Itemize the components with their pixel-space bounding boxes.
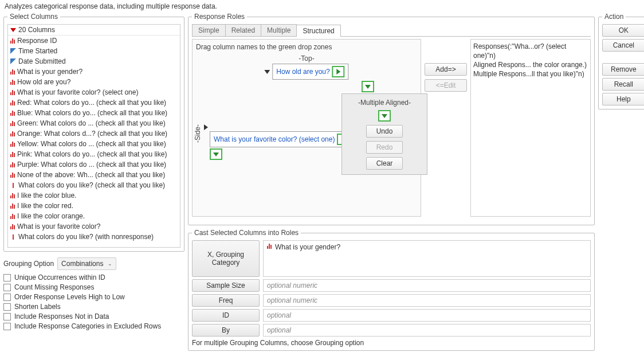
top-drop-box[interactable]: How old are you? bbox=[272, 64, 348, 80]
column-item-label: None of the above: Wh... (check all that… bbox=[17, 170, 165, 179]
column-item-label: Time Started bbox=[18, 46, 57, 56]
column-item-label: I like the color orange. bbox=[17, 212, 85, 221]
role-button[interactable]: By bbox=[192, 324, 260, 337]
grouping-check-row[interactable]: Count Missing Responses bbox=[3, 283, 184, 291]
column-item[interactable]: Blue: What colors do yo... (check all th… bbox=[8, 108, 180, 118]
column-item[interactable]: I like the color blue. bbox=[8, 190, 180, 201]
column-item[interactable]: What is your favorite color? bbox=[8, 221, 180, 232]
tab-related[interactable]: Related bbox=[225, 24, 261, 36]
structured-drop-area[interactable]: Drag column names to the green drop zone… bbox=[192, 39, 421, 217]
triangle-down-icon bbox=[264, 70, 270, 74]
checkbox-label: Order Response Levels High to Low bbox=[14, 293, 125, 301]
side-drop-box[interactable]: What is your favorite color? (select one… bbox=[210, 131, 354, 147]
column-item[interactable]: What is your favorite color? (select one… bbox=[8, 87, 180, 97]
role-dropzone[interactable]: optional bbox=[263, 309, 591, 322]
help-button[interactable]: Help bbox=[602, 93, 644, 105]
cancel-button[interactable]: Cancel bbox=[602, 39, 644, 52]
histogram-icon bbox=[10, 172, 15, 178]
role-value: What is your gender? bbox=[275, 243, 340, 251]
response-def-item[interactable]: Responses(:"Wha...or? (select one)"n) bbox=[473, 42, 588, 60]
column-item[interactable]: Response ID bbox=[8, 36, 180, 46]
column-item[interactable]: Green: What colors do ... (check all tha… bbox=[8, 118, 180, 128]
response-def-item[interactable]: Multiple Respons...ll that you like)"n) bbox=[473, 69, 588, 79]
remove-button[interactable]: Remove bbox=[602, 63, 644, 76]
column-item-label: What colors do you like? (with nonrespon… bbox=[18, 232, 154, 241]
column-item[interactable]: Orange: What colors d...? (check all tha… bbox=[8, 128, 180, 139]
play-icon[interactable] bbox=[332, 66, 345, 77]
side-below-green-icon[interactable] bbox=[210, 148, 222, 160]
column-item[interactable]: Date Submitted bbox=[8, 56, 180, 67]
tab-simple[interactable]: Simple bbox=[192, 24, 226, 36]
tab-multiple[interactable]: Multiple bbox=[261, 24, 297, 36]
column-item-label: Date Submitted bbox=[18, 57, 66, 66]
checkbox-icon[interactable] bbox=[3, 274, 11, 281]
response-def-item[interactable]: Aligned Respons... the color orange.) bbox=[473, 60, 588, 69]
checkbox-icon[interactable] bbox=[3, 284, 11, 291]
top-label: -Top- bbox=[299, 54, 314, 62]
column-item[interactable]: Time Started bbox=[8, 46, 180, 56]
column-item[interactable]: Purple: What colors do ... (check all th… bbox=[8, 159, 180, 170]
add-button[interactable]: Add=> bbox=[425, 63, 467, 76]
histogram-icon bbox=[10, 100, 15, 105]
grouping-check-row[interactable]: Include Response Categories in Excluded … bbox=[3, 322, 184, 330]
side-label: -Side- bbox=[194, 124, 202, 143]
column-count-header[interactable]: 20 Columns bbox=[8, 25, 180, 36]
column-item[interactable]: I like the color red. bbox=[8, 201, 180, 211]
column-item[interactable]: What colors do you like? (check all that… bbox=[8, 180, 180, 190]
role-button[interactable]: X, Grouping Category bbox=[192, 240, 260, 277]
ordinal-icon bbox=[10, 58, 16, 64]
column-item[interactable]: None of the above: Wh... (check all that… bbox=[8, 170, 180, 180]
top-below-green-icon[interactable] bbox=[362, 81, 374, 92]
histogram-icon bbox=[10, 89, 15, 95]
checkbox-icon[interactable] bbox=[3, 294, 11, 301]
histogram-icon bbox=[10, 131, 15, 136]
histogram-icon bbox=[10, 234, 16, 240]
grouping-check-row[interactable]: Order Response Levels High to Low bbox=[3, 293, 184, 301]
column-list[interactable]: 20 Columns Response IDTime StartedDate S… bbox=[7, 24, 180, 248]
grouping-option-label: Grouping Option bbox=[3, 260, 54, 268]
checkbox-label: Shorten Labels bbox=[14, 303, 61, 311]
grouping-check-row[interactable]: Include Responses Not in Data bbox=[3, 312, 184, 320]
column-item[interactable]: Pink: What colors do yo... (check all th… bbox=[8, 149, 180, 159]
role-button[interactable]: Sample Size bbox=[192, 279, 260, 292]
tab-structured[interactable]: Structured bbox=[296, 25, 340, 37]
role-dropzone[interactable]: optional bbox=[263, 324, 591, 337]
histogram-icon bbox=[10, 38, 15, 44]
column-item[interactable]: I like the color orange. bbox=[8, 211, 180, 221]
column-item-label: Green: What colors do ... (check all tha… bbox=[17, 119, 166, 128]
grouping-check-row[interactable]: Unique Occurrences within ID bbox=[3, 273, 184, 281]
histogram-icon bbox=[10, 182, 16, 188]
column-item[interactable]: What is your gender? bbox=[8, 67, 180, 77]
grouping-option-area: Grouping Option Combinations ⌄ Unique Oc… bbox=[3, 255, 184, 332]
role-button[interactable]: Freq bbox=[192, 294, 260, 307]
column-item[interactable]: How old are you? bbox=[8, 77, 180, 87]
role-dropzone[interactable]: optional numeric bbox=[263, 294, 591, 307]
checkbox-icon[interactable] bbox=[3, 313, 11, 320]
histogram-icon bbox=[267, 243, 272, 249]
column-item-label: Yellow: What colors do ... (check all th… bbox=[17, 139, 166, 148]
grouping-check-row[interactable]: Shorten Labels bbox=[3, 303, 184, 311]
checkbox-label: Include Responses Not in Data bbox=[14, 312, 109, 320]
role-dropzone[interactable]: What is your gender? bbox=[263, 240, 591, 277]
ordinal-icon bbox=[10, 48, 16, 54]
histogram-icon bbox=[10, 193, 15, 198]
clear-button[interactable]: Clear bbox=[366, 157, 403, 170]
recall-button[interactable]: Recall bbox=[602, 78, 644, 91]
ok-button[interactable]: OK bbox=[602, 24, 644, 37]
role-dropzone[interactable]: optional numeric bbox=[263, 279, 591, 292]
grouping-combo[interactable]: Combinations ⌄ bbox=[57, 257, 116, 270]
multiple-aligned-green-icon[interactable] bbox=[378, 110, 391, 122]
role-button[interactable]: ID bbox=[192, 309, 260, 322]
edit-button: <=Edit bbox=[425, 79, 467, 92]
checkbox-icon[interactable] bbox=[3, 323, 11, 330]
column-item[interactable]: Yellow: What colors do ... (check all th… bbox=[8, 139, 180, 149]
redo-button: Redo bbox=[366, 141, 403, 154]
column-item-label: How old are you? bbox=[17, 77, 70, 87]
column-item[interactable]: What colors do you like? (with nonrespon… bbox=[8, 232, 180, 242]
response-definitions-list[interactable]: Responses(:"Wha...or? (select one)"n)Ali… bbox=[470, 39, 591, 217]
column-count-label: 20 Columns bbox=[18, 26, 55, 34]
column-item[interactable]: Red: What colors do yo... (check all tha… bbox=[8, 97, 180, 108]
undo-button[interactable]: Undo bbox=[366, 125, 403, 138]
disclosure-triangle-icon[interactable] bbox=[10, 28, 16, 32]
checkbox-icon[interactable] bbox=[3, 303, 11, 311]
